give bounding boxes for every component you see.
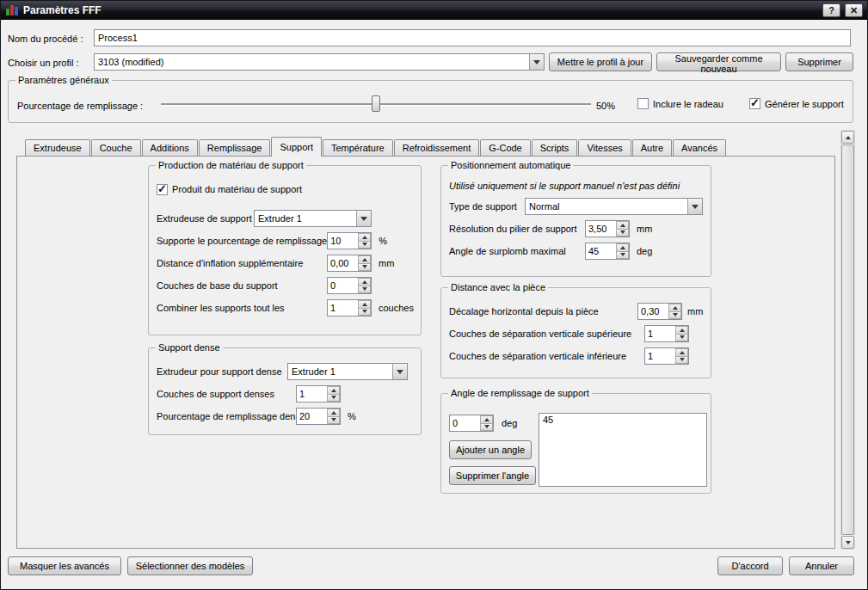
support-infill-spinner[interactable]: 10	[327, 232, 372, 249]
save-as-new-button[interactable]: Sauvegarder comme nouveau	[656, 52, 781, 71]
spin-down-button[interactable]	[616, 230, 629, 237]
tab-scripts[interactable]: Scripts	[532, 139, 578, 156]
dense-layers-spinner[interactable]: 1	[296, 385, 341, 403]
inflation-distance-label: Distance d'inflation supplémentaire	[157, 258, 327, 268]
spin-up-button[interactable]	[616, 243, 629, 252]
upper-separation-label: Couches de séparation verticale supérieu…	[449, 329, 644, 339]
scroll-thumb[interactable]	[841, 144, 854, 535]
spinner-buttons	[358, 255, 371, 271]
tab-extrudeuse[interactable]: Extrudeuse	[25, 139, 90, 156]
spinner-buttons	[668, 304, 681, 319]
tab-support[interactable]: Support	[271, 137, 322, 157]
tab-remplissage[interactable]: Remplissage	[199, 139, 271, 156]
tab-couche[interactable]: Couche	[91, 139, 141, 156]
support-infill-angle-group-title: Angle de remplissage de support	[448, 388, 592, 398]
auto-placement-group-title: Positionnement automatique	[448, 160, 573, 170]
spin-up-button[interactable]	[616, 221, 629, 230]
support-extruder-select[interactable]: Extruder 1	[254, 210, 372, 227]
generate-support-material-checkbox[interactable]: Produit du matériau de support	[157, 184, 302, 195]
update-profile-button[interactable]: Mettre le profil à jour	[549, 52, 652, 71]
spin-up-button[interactable]	[675, 348, 688, 357]
spin-down-button[interactable]	[358, 309, 371, 317]
spin-down-button[interactable]	[358, 264, 371, 272]
spin-down-button[interactable]	[327, 395, 340, 403]
spin-down-button[interactable]	[616, 252, 629, 260]
triangle-down-icon	[362, 287, 367, 291]
spin-up-button[interactable]	[358, 255, 371, 264]
generate-support-checkbox[interactable]: Générer le support	[749, 98, 844, 109]
select-models-button[interactable]: Sélectionner des modèles	[127, 556, 253, 575]
spin-down-button[interactable]	[480, 424, 493, 432]
close-button[interactable]: ✕	[845, 3, 863, 17]
horizontal-offset-spinner[interactable]: 0,30	[637, 303, 682, 320]
spin-down-button[interactable]	[668, 312, 681, 320]
dense-extruder-select[interactable]: Extruder 1	[287, 363, 408, 380]
slider-handle[interactable]	[372, 95, 380, 112]
delete-profile-button[interactable]: Supprimer	[785, 52, 853, 71]
hide-advanced-button[interactable]: Masquer les avancés	[8, 556, 121, 575]
scroll-down-button[interactable]	[841, 536, 854, 549]
spin-down-button[interactable]	[327, 417, 340, 425]
angle-listbox[interactable]: 45	[539, 413, 707, 487]
spin-down-button[interactable]	[675, 357, 688, 365]
pillar-resolution-spinner[interactable]: 3,50	[585, 220, 630, 237]
vertical-scrollbar[interactable]	[840, 130, 855, 550]
add-angle-button[interactable]: Ajouter un angle	[449, 440, 532, 459]
chevron-down-icon[interactable]	[356, 211, 371, 226]
spinner-buttons	[616, 221, 629, 237]
include-raft-checkbox[interactable]: Inclure le radeau	[637, 98, 723, 109]
spin-down-button[interactable]	[358, 286, 371, 294]
title-bar[interactable]: Paramètres FFF ? ✕	[1, 1, 867, 20]
tab-avances[interactable]: Avancés	[673, 139, 726, 156]
spin-up-button[interactable]	[480, 415, 493, 424]
remove-angle-button[interactable]: Supprimer l'angle	[449, 466, 536, 485]
support-type-select[interactable]: Normal	[525, 198, 703, 215]
support-base-layers-spinner[interactable]: 0	[327, 277, 372, 294]
inflation-distance-spinner[interactable]: 0,00	[327, 255, 372, 272]
tab-additions[interactable]: Additions	[142, 139, 198, 156]
help-button[interactable]: ?	[822, 3, 840, 17]
spin-down-button[interactable]	[358, 242, 371, 249]
dense-infill-spinner[interactable]: 20	[296, 408, 341, 425]
dense-infill-label: Pourcentage de remplissage dense	[157, 411, 296, 421]
spin-up-button[interactable]	[358, 233, 371, 242]
tab-temperature[interactable]: Température	[323, 139, 393, 156]
triangle-up-icon	[680, 351, 685, 354]
dense-extruder-label: Extrudeur pour support dense	[157, 366, 287, 377]
dense-layers-label: Couches de support denses	[157, 389, 296, 399]
tab-vitesses[interactable]: Vitesses	[578, 139, 631, 156]
checkbox-icon	[157, 184, 168, 195]
process-name-input[interactable]: Process1	[94, 29, 851, 46]
lower-separation-spinner[interactable]: 1	[644, 347, 689, 365]
infill-angle-spinner[interactable]: 0	[449, 415, 494, 432]
scroll-up-button[interactable]	[841, 131, 854, 144]
spin-up-button[interactable]	[358, 300, 371, 309]
max-overhang-spinner[interactable]: 45	[585, 243, 630, 260]
spin-down-button[interactable]	[675, 335, 688, 342]
triangle-up-icon	[362, 280, 367, 284]
spin-up-button[interactable]	[327, 409, 340, 417]
combine-supports-spinner[interactable]: 1	[327, 299, 372, 317]
triangle-down-icon	[484, 425, 489, 428]
chevron-down-icon[interactable]	[392, 364, 407, 379]
tab-refroidissement[interactable]: Refroidissement	[394, 139, 479, 156]
infill-percentage-value: 50%	[596, 101, 615, 111]
spin-up-button[interactable]	[668, 304, 681, 312]
tab-gcode[interactable]: G-Code	[480, 139, 531, 156]
infill-percentage-label: Pourcentage de remplissage :	[17, 101, 143, 111]
process-name-value: Process1	[98, 33, 138, 43]
triangle-down-icon	[362, 265, 367, 268]
tab-autre[interactable]: Autre	[632, 139, 672, 156]
infill-slider[interactable]	[161, 95, 591, 113]
spin-up-button[interactable]	[675, 326, 688, 335]
chevron-down-icon[interactable]	[529, 54, 544, 70]
cancel-button[interactable]: Annuler	[789, 556, 854, 575]
spin-up-button[interactable]	[358, 278, 371, 286]
upper-separation-spinner[interactable]: 1	[644, 325, 689, 342]
list-item[interactable]: 45	[539, 414, 706, 426]
spin-up-button[interactable]	[327, 386, 340, 395]
chevron-down-icon[interactable]	[687, 199, 702, 214]
profile-select[interactable]: 3103 (modified)	[94, 53, 545, 71]
support-type-label: Type de support	[449, 201, 525, 212]
ok-button[interactable]: D'accord	[717, 556, 783, 575]
